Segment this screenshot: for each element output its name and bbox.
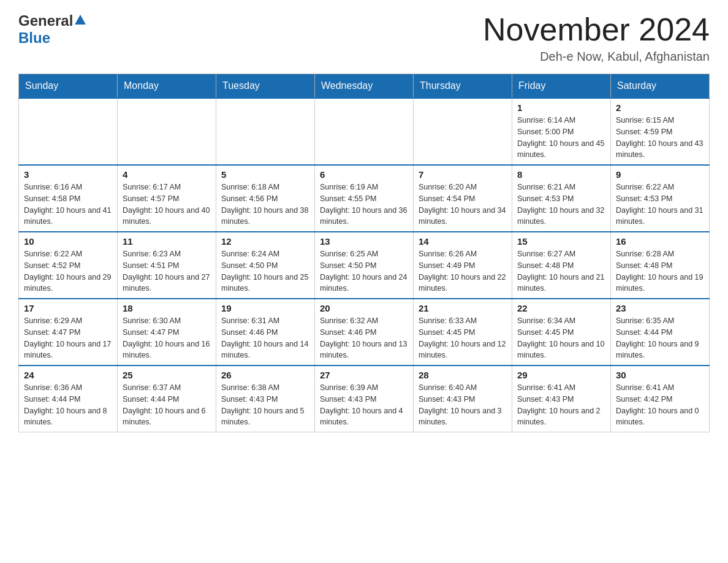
header-friday: Friday (512, 74, 611, 99)
day-info: Sunrise: 6:39 AMSunset: 4:43 PMDaylight:… (320, 382, 408, 428)
day-info: Sunrise: 6:15 AMSunset: 4:59 PMDaylight:… (616, 115, 704, 161)
day-number: 17 (24, 303, 112, 313)
table-row: 10Sunrise: 6:22 AMSunset: 4:52 PMDayligh… (19, 232, 118, 299)
day-number: 11 (123, 236, 211, 247)
day-number: 1 (517, 102, 605, 113)
table-row: 17Sunrise: 6:29 AMSunset: 4:47 PMDayligh… (19, 299, 118, 366)
location-subtitle: Deh-e Now, Kabul, Afghanistan (483, 50, 710, 64)
day-info: Sunrise: 6:37 AMSunset: 4:44 PMDaylight:… (123, 382, 211, 428)
table-row: 7Sunrise: 6:20 AMSunset: 4:54 PMDaylight… (414, 165, 512, 232)
table-row (315, 98, 414, 165)
day-number: 22 (517, 303, 605, 313)
day-info: Sunrise: 6:19 AMSunset: 4:55 PMDaylight:… (320, 182, 408, 228)
month-title: November 2024 (483, 12, 710, 47)
day-number: 8 (517, 169, 605, 180)
day-info: Sunrise: 6:22 AMSunset: 4:53 PMDaylight:… (616, 182, 704, 228)
calendar-week-2: 3Sunrise: 6:16 AMSunset: 4:58 PMDaylight… (19, 165, 710, 232)
calendar-table: Sunday Monday Tuesday Wednesday Thursday… (18, 74, 710, 432)
header: General Blue November 2024 Deh-e Now, Ka… (18, 12, 710, 64)
table-row: 8Sunrise: 6:21 AMSunset: 4:53 PMDaylight… (512, 165, 611, 232)
day-number: 14 (419, 236, 507, 247)
day-number: 2 (616, 102, 704, 113)
day-number: 25 (123, 370, 211, 380)
table-row (216, 98, 315, 165)
calendar-header-row: Sunday Monday Tuesday Wednesday Thursday… (19, 74, 710, 99)
day-number: 13 (320, 236, 408, 247)
day-info: Sunrise: 6:41 AMSunset: 4:42 PMDaylight:… (616, 382, 704, 428)
table-row: 14Sunrise: 6:26 AMSunset: 4:49 PMDayligh… (414, 232, 512, 299)
table-row: 19Sunrise: 6:31 AMSunset: 4:46 PMDayligh… (216, 299, 315, 366)
day-number: 30 (616, 370, 704, 380)
logo-triangle-icon (75, 15, 86, 25)
day-info: Sunrise: 6:21 AMSunset: 4:53 PMDaylight:… (517, 182, 605, 228)
day-number: 28 (419, 370, 507, 380)
table-row: 12Sunrise: 6:24 AMSunset: 4:50 PMDayligh… (216, 232, 315, 299)
day-number: 27 (320, 370, 408, 380)
logo-blue: Blue (18, 29, 50, 46)
day-number: 16 (616, 236, 704, 247)
day-info: Sunrise: 6:27 AMSunset: 4:48 PMDaylight:… (517, 248, 605, 294)
day-number: 6 (320, 169, 408, 180)
day-info: Sunrise: 6:29 AMSunset: 4:47 PMDaylight:… (24, 315, 112, 361)
table-row: 6Sunrise: 6:19 AMSunset: 4:55 PMDaylight… (315, 165, 414, 232)
day-info: Sunrise: 6:22 AMSunset: 4:52 PMDaylight:… (24, 248, 112, 294)
header-tuesday: Tuesday (216, 74, 315, 99)
table-row: 29Sunrise: 6:41 AMSunset: 4:43 PMDayligh… (512, 366, 611, 432)
day-info: Sunrise: 6:18 AMSunset: 4:56 PMDaylight:… (221, 182, 309, 228)
table-row: 23Sunrise: 6:35 AMSunset: 4:44 PMDayligh… (611, 299, 710, 366)
table-row: 4Sunrise: 6:17 AMSunset: 4:57 PMDaylight… (118, 165, 216, 232)
calendar-week-5: 24Sunrise: 6:36 AMSunset: 4:44 PMDayligh… (19, 366, 710, 432)
day-number: 21 (419, 303, 507, 313)
header-saturday: Saturday (611, 74, 710, 99)
day-number: 24 (24, 370, 112, 380)
table-row: 21Sunrise: 6:33 AMSunset: 4:45 PMDayligh… (414, 299, 512, 366)
day-number: 5 (221, 169, 309, 180)
title-area: November 2024 Deh-e Now, Kabul, Afghanis… (483, 12, 710, 64)
day-number: 26 (221, 370, 309, 380)
calendar-week-1: 1Sunrise: 6:14 AMSunset: 5:00 PMDaylight… (19, 98, 710, 165)
day-number: 3 (24, 169, 112, 180)
table-row: 11Sunrise: 6:23 AMSunset: 4:51 PMDayligh… (118, 232, 216, 299)
table-row: 3Sunrise: 6:16 AMSunset: 4:58 PMDaylight… (19, 165, 118, 232)
day-number: 20 (320, 303, 408, 313)
day-info: Sunrise: 6:20 AMSunset: 4:54 PMDaylight:… (419, 182, 507, 228)
day-number: 7 (419, 169, 507, 180)
day-number: 18 (123, 303, 211, 313)
table-row (118, 98, 216, 165)
day-number: 29 (517, 370, 605, 380)
day-number: 12 (221, 236, 309, 247)
day-info: Sunrise: 6:35 AMSunset: 4:44 PMDaylight:… (616, 315, 704, 361)
table-row: 1Sunrise: 6:14 AMSunset: 5:00 PMDaylight… (512, 98, 611, 165)
day-info: Sunrise: 6:33 AMSunset: 4:45 PMDaylight:… (419, 315, 507, 361)
day-info: Sunrise: 6:34 AMSunset: 4:45 PMDaylight:… (517, 315, 605, 361)
header-thursday: Thursday (414, 74, 512, 99)
day-info: Sunrise: 6:26 AMSunset: 4:49 PMDaylight:… (419, 248, 507, 294)
table-row: 18Sunrise: 6:30 AMSunset: 4:47 PMDayligh… (118, 299, 216, 366)
logo-general: General (18, 12, 73, 29)
day-number: 15 (517, 236, 605, 247)
table-row: 13Sunrise: 6:25 AMSunset: 4:50 PMDayligh… (315, 232, 414, 299)
table-row: 9Sunrise: 6:22 AMSunset: 4:53 PMDaylight… (611, 165, 710, 232)
day-info: Sunrise: 6:41 AMSunset: 4:43 PMDaylight:… (517, 382, 605, 428)
table-row: 28Sunrise: 6:40 AMSunset: 4:43 PMDayligh… (414, 366, 512, 432)
day-number: 19 (221, 303, 309, 313)
day-info: Sunrise: 6:17 AMSunset: 4:57 PMDaylight:… (123, 182, 211, 228)
day-info: Sunrise: 6:16 AMSunset: 4:58 PMDaylight:… (24, 182, 112, 228)
day-info: Sunrise: 6:23 AMSunset: 4:51 PMDaylight:… (123, 248, 211, 294)
day-info: Sunrise: 6:31 AMSunset: 4:46 PMDaylight:… (221, 315, 309, 361)
calendar-week-4: 17Sunrise: 6:29 AMSunset: 4:47 PMDayligh… (19, 299, 710, 366)
table-row: 30Sunrise: 6:41 AMSunset: 4:42 PMDayligh… (611, 366, 710, 432)
table-row: 5Sunrise: 6:18 AMSunset: 4:56 PMDaylight… (216, 165, 315, 232)
calendar-week-3: 10Sunrise: 6:22 AMSunset: 4:52 PMDayligh… (19, 232, 710, 299)
day-info: Sunrise: 6:24 AMSunset: 4:50 PMDaylight:… (221, 248, 309, 294)
table-row: 22Sunrise: 6:34 AMSunset: 4:45 PMDayligh… (512, 299, 611, 366)
table-row: 26Sunrise: 6:38 AMSunset: 4:43 PMDayligh… (216, 366, 315, 432)
header-monday: Monday (118, 74, 216, 99)
day-info: Sunrise: 6:32 AMSunset: 4:46 PMDaylight:… (320, 315, 408, 361)
table-row: 20Sunrise: 6:32 AMSunset: 4:46 PMDayligh… (315, 299, 414, 366)
table-row (19, 98, 118, 165)
day-number: 10 (24, 236, 112, 247)
table-row: 15Sunrise: 6:27 AMSunset: 4:48 PMDayligh… (512, 232, 611, 299)
day-info: Sunrise: 6:14 AMSunset: 5:00 PMDaylight:… (517, 115, 605, 161)
day-info: Sunrise: 6:36 AMSunset: 4:44 PMDaylight:… (24, 382, 112, 428)
